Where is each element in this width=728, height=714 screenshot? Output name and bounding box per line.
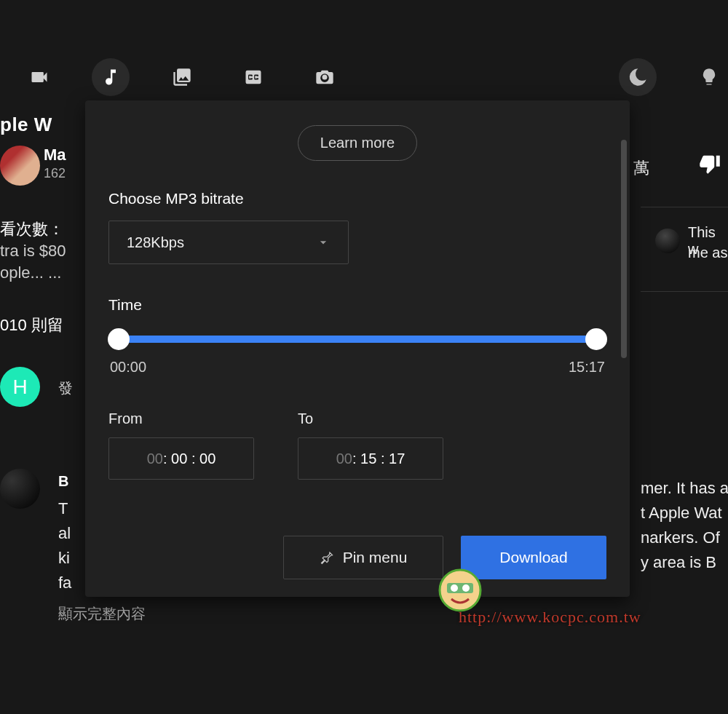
channel-name-fragment[interactable]: Ma (44, 146, 66, 164)
pin-menu-label: Pin menu (343, 549, 408, 566)
time-end-label: 15:17 (569, 359, 605, 376)
chevron-down-icon (316, 235, 331, 250)
commenter-avatar-h[interactable]: H (0, 367, 40, 407)
image-icon (172, 67, 192, 87)
music-note-icon (100, 67, 121, 87)
pin-menu-button[interactable]: Pin menu (283, 536, 443, 579)
time-range-slider[interactable] (119, 336, 596, 343)
moon-icon (628, 67, 648, 87)
right-body-line1: mer. It has a (641, 479, 728, 498)
to-value-rest: : 15 : 17 (352, 451, 405, 467)
right-comment-line2: me as (688, 245, 727, 261)
bitrate-label: Choose MP3 bitrate (108, 190, 606, 207)
right-body-line4: y area is B (641, 553, 728, 572)
dark-mode-toggle[interactable] (619, 58, 657, 96)
bitrate-value: 128Kbps (127, 234, 184, 251)
comment-b-line4: fa (58, 574, 71, 592)
views-label-fragment: 看次數： (0, 218, 64, 240)
video-icon (29, 67, 50, 87)
description-line1: tra is $80 (0, 242, 66, 261)
commenter-name-b: B (58, 473, 68, 490)
like-count-fragment: 萬 (633, 157, 649, 179)
panel-scrollbar[interactable] (621, 140, 627, 358)
video-title-fragment: ple W (0, 114, 52, 136)
watermark-url: http://www.kocpc.com.tw (459, 608, 641, 627)
description-line2: ople... ... (0, 263, 61, 282)
divider (641, 207, 728, 207)
svg-point-2 (451, 584, 458, 592)
bitrate-select[interactable]: 128Kbps (108, 221, 349, 264)
right-body-line3: narkers. Of (641, 528, 728, 547)
comment-b-line2: al (58, 524, 71, 543)
from-input[interactable]: 00 : 00 : 00 (108, 437, 254, 480)
right-commenter-avatar[interactable] (655, 229, 680, 253)
camera-icon (314, 67, 335, 87)
channel-subs-fragment: 162 (44, 166, 66, 181)
svg-point-3 (462, 584, 470, 592)
right-body-line2: t Apple Wat (641, 504, 728, 523)
time-start-label: 00:00 (110, 359, 146, 376)
from-value-rest: : 00 : 00 (163, 451, 215, 467)
camera-tab[interactable] (306, 58, 344, 96)
learn-more-button[interactable]: Learn more (298, 125, 417, 161)
light-toggle[interactable] (690, 58, 728, 96)
from-label: From (108, 410, 254, 427)
to-value-dim: 00 (336, 451, 352, 467)
slider-thumb-start[interactable] (108, 328, 130, 350)
to-input[interactable]: 00 : 15 : 17 (298, 437, 443, 480)
comment-input-fragment[interactable]: 發 (58, 378, 73, 398)
comments-count-fragment: 010 則留 (0, 314, 63, 336)
channel-avatar[interactable] (0, 146, 40, 186)
time-label: Time (108, 296, 606, 314)
to-label: To (298, 410, 443, 427)
image-tab[interactable] (163, 58, 201, 96)
avatar-letter: H (12, 376, 27, 399)
commenter-avatar-b[interactable] (0, 469, 40, 509)
cc-tab[interactable] (234, 58, 272, 96)
slider-thumb-end[interactable] (585, 328, 607, 350)
cc-icon (243, 67, 264, 87)
video-tab[interactable] (20, 58, 58, 96)
from-value-dim: 00 (147, 451, 163, 467)
audio-download-panel: Learn more Choose MP3 bitrate 128Kbps Ti… (85, 100, 630, 597)
show-more-button[interactable]: 顯示完整內容 (58, 604, 146, 624)
comment-b-line1: T (58, 499, 68, 518)
audio-tab[interactable] (92, 58, 130, 96)
bulb-icon (699, 67, 719, 87)
divider (641, 291, 728, 292)
dislike-icon[interactable] (699, 153, 721, 175)
pin-icon (320, 550, 334, 565)
extension-toolbar (0, 55, 728, 99)
comment-b-line3: ki (58, 549, 70, 568)
